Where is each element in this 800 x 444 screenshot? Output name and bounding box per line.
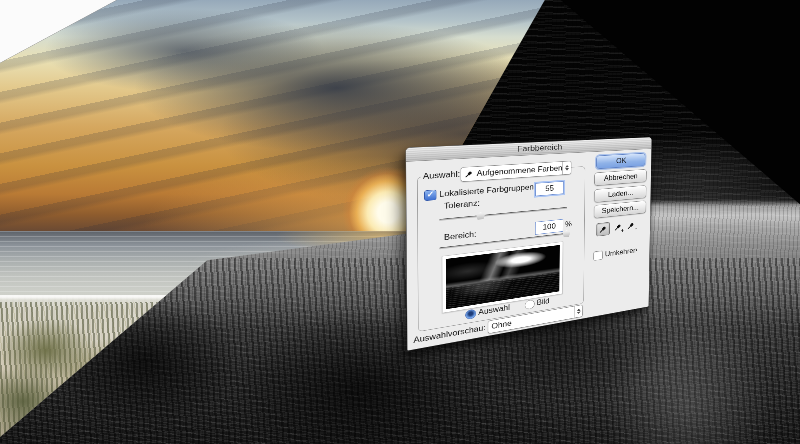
add-eyedropper-button[interactable]: + xyxy=(612,220,623,233)
localized-groups-checkbox[interactable] xyxy=(424,190,436,201)
eyedropper-icon xyxy=(599,225,607,234)
range-slider-thumb[interactable] xyxy=(562,229,570,237)
invert-checkbox[interactable] xyxy=(593,250,603,260)
cancel-button[interactable]: Abbrechen xyxy=(594,169,646,186)
popup-stepper-icon[interactable] xyxy=(574,305,582,318)
screenshot-stage: Farbbereich Auswahl: Aufgenommene Farben… xyxy=(0,0,800,444)
range-unit: % xyxy=(565,220,572,229)
minus-badge: - xyxy=(635,226,637,232)
ok-button[interactable]: OK xyxy=(596,153,645,169)
stepper-down-icon xyxy=(565,168,569,171)
plus-badge: + xyxy=(621,227,624,233)
eyedropper-button[interactable] xyxy=(596,222,610,237)
stepper-up-icon xyxy=(565,165,569,168)
dialog-title: Farbbereich xyxy=(517,143,562,154)
save-button[interactable]: Speichern... xyxy=(594,200,646,218)
invert-label: Umkehren xyxy=(605,246,637,258)
eyedropper-icon xyxy=(465,170,474,178)
popup-stepper-icon[interactable] xyxy=(562,161,571,174)
stepper-down-icon xyxy=(577,311,581,314)
eyedropper-minus-icon xyxy=(627,221,635,230)
tolerance-slider-thumb[interactable] xyxy=(476,211,485,220)
tolerance-value-field[interactable]: 55 xyxy=(535,181,563,196)
subtract-eyedropper-button[interactable]: - xyxy=(625,219,636,232)
